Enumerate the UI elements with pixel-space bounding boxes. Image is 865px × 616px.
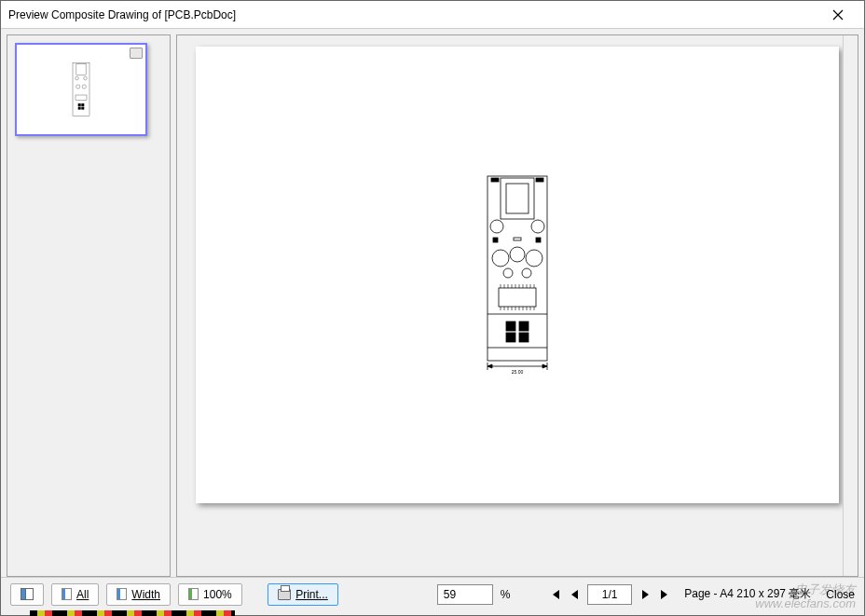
bottom-toolbar: All Width 100% Print... % Page - A4 210 …: [1, 577, 864, 610]
svg-rect-25: [514, 238, 521, 240]
print-label: Print...: [295, 588, 328, 601]
vertical-scrollbar[interactable]: [843, 35, 858, 576]
svg-rect-9: [78, 107, 81, 110]
view-mode-button[interactable]: [10, 583, 44, 606]
fit-all-button[interactable]: All: [51, 583, 99, 606]
close-icon: [832, 9, 844, 21]
decorative-strip: [30, 610, 235, 616]
dimension-label: 25.00: [512, 369, 524, 375]
svg-point-2: [76, 76, 79, 80]
zoom-input[interactable]: [437, 584, 493, 605]
first-page-icon: [549, 590, 560, 599]
svg-rect-7: [78, 103, 81, 106]
svg-point-21: [503, 268, 513, 278]
last-page-button[interactable]: [659, 586, 671, 603]
page-thumbnail[interactable]: [15, 43, 147, 136]
svg-rect-26: [499, 288, 536, 307]
titlebar: Preview Composite Drawing of [PCB.PcbDoc…: [1, 1, 864, 29]
zoom-100-label: 100%: [203, 588, 232, 601]
svg-rect-23: [493, 238, 498, 242]
svg-rect-0: [73, 63, 89, 116]
print-button[interactable]: Print...: [268, 583, 338, 606]
prev-page-button[interactable]: [568, 586, 580, 603]
close-window-button[interactable]: [819, 2, 857, 28]
thumbnail-panel: [7, 34, 171, 577]
svg-point-5: [82, 85, 86, 89]
zoom-percent-label: %: [501, 588, 511, 601]
next-page-icon: [641, 590, 651, 599]
page-icon: [62, 588, 72, 600]
prev-page-icon: [570, 590, 579, 599]
svg-rect-48: [506, 322, 515, 331]
svg-rect-51: [519, 333, 529, 342]
pcb-drawing: 25.00: [480, 172, 555, 377]
svg-rect-1: [76, 63, 86, 75]
window-title: Preview Composite Drawing of [PCB.PcbDoc…: [8, 8, 236, 21]
last-page-icon: [660, 590, 671, 599]
svg-rect-50: [506, 333, 515, 342]
svg-point-22: [522, 268, 531, 278]
svg-point-19: [510, 247, 525, 262]
printer-icon: [278, 589, 291, 600]
page-icon: [188, 588, 199, 600]
two-pane-icon: [21, 588, 34, 600]
first-page-button[interactable]: [548, 586, 560, 603]
svg-rect-8: [81, 103, 84, 106]
svg-rect-13: [491, 178, 499, 182]
svg-point-4: [76, 85, 80, 89]
svg-rect-24: [536, 238, 541, 242]
fit-width-button[interactable]: Width: [106, 583, 171, 606]
svg-rect-10: [81, 107, 84, 110]
svg-point-16: [490, 220, 503, 233]
svg-rect-15: [506, 184, 529, 213]
page-input[interactable]: [587, 584, 632, 605]
fit-width-label: Width: [131, 588, 160, 601]
close-button[interactable]: Close: [826, 588, 855, 601]
pcb-thumbnail-drawing: [70, 62, 92, 117]
svg-point-20: [526, 250, 542, 267]
svg-point-17: [531, 220, 544, 233]
svg-rect-11: [487, 176, 547, 361]
svg-rect-14: [536, 178, 543, 182]
svg-rect-49: [519, 322, 529, 331]
preview-page[interactable]: 25.00: [196, 47, 839, 503]
page-orientation-icon: [130, 48, 143, 59]
svg-rect-12: [501, 178, 534, 219]
fit-all-label: All: [76, 588, 89, 601]
page-info-label: Page - A4 210 x 297 毫米: [684, 586, 811, 602]
svg-point-18: [492, 250, 509, 267]
page-icon: [117, 588, 127, 600]
next-page-button[interactable]: [639, 586, 652, 603]
preview-panel: 25.00: [176, 34, 858, 577]
svg-point-3: [84, 76, 88, 80]
main-content: 25.00: [1, 29, 864, 577]
svg-rect-6: [76, 95, 87, 100]
zoom-100-button[interactable]: 100%: [178, 583, 242, 606]
